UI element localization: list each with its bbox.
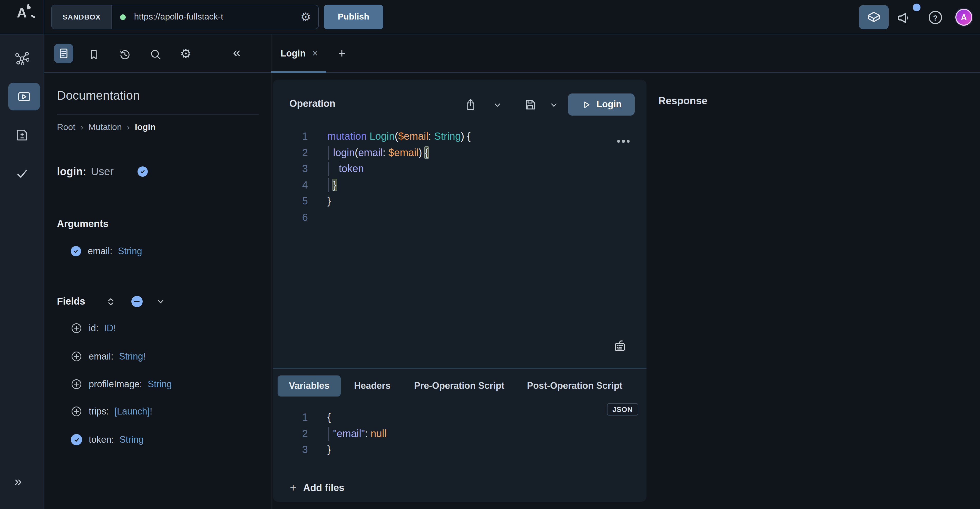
announcements-button[interactable] <box>896 10 914 26</box>
argument-checked-icon[interactable] <box>71 246 81 256</box>
expand-rail-button[interactable]: » <box>14 475 22 488</box>
nav-explorer-button[interactable] <box>8 83 40 110</box>
line-number: 2 <box>273 145 308 161</box>
save-menu-chevron[interactable] <box>550 101 558 109</box>
deselect-all-button[interactable] <box>131 296 143 307</box>
nav-schema-button[interactable] <box>15 51 29 65</box>
breadcrumb-root[interactable]: Root <box>57 122 75 132</box>
diff-file-icon <box>15 128 29 142</box>
add-files-row[interactable]: + Add files <box>273 474 646 502</box>
run-operation-button[interactable]: Login <box>568 94 635 116</box>
field-row-email[interactable]: email: String! <box>71 351 146 362</box>
graphql-code[interactable]: 1mutation Login($email: String) {2 login… <box>273 128 646 225</box>
apollo-logo-icon: A <box>9 4 35 30</box>
field-row-trips[interactable]: trips: [Launch]! <box>71 406 153 417</box>
code-line[interactable]: 5} <box>273 193 646 209</box>
operation-options-button[interactable] <box>617 140 630 142</box>
connection-settings-gear-icon[interactable]: ⚙ <box>301 11 311 23</box>
docs-tab-button[interactable] <box>54 44 73 63</box>
graph-icon <box>15 51 29 65</box>
add-field-icon[interactable] <box>71 406 82 417</box>
add-field-icon[interactable] <box>71 322 82 334</box>
code-line[interactable]: 3} <box>273 442 646 458</box>
tab-variables[interactable]: Variables <box>278 375 341 397</box>
add-field-icon[interactable] <box>71 351 82 362</box>
code-line[interactable]: 1mutation Login($email: String) { <box>273 128 646 145</box>
variables-json[interactable]: 1{2 "email": null3} <box>273 409 646 458</box>
operation-title: Operation <box>290 98 335 109</box>
keyboard-shortcuts-button[interactable] <box>612 338 627 353</box>
notification-dot <box>913 3 921 11</box>
code-line[interactable]: 1{ <box>273 409 646 426</box>
field-checked-icon[interactable] <box>71 434 82 445</box>
selected-check-icon[interactable] <box>137 166 148 177</box>
operation-editor[interactable]: 1mutation Login($email: String) {2 login… <box>273 128 646 368</box>
megaphone-icon <box>896 10 912 26</box>
nav-checks-button[interactable] <box>15 166 29 181</box>
code-line[interactable]: 2 login(email: $email) { <box>273 145 646 161</box>
json-format-badge[interactable]: JSON <box>607 403 638 415</box>
tab-pre-operation-script[interactable]: Pre-Operation Script <box>414 381 504 391</box>
fields-heading: Fields <box>57 296 85 307</box>
share-menu-chevron[interactable] <box>493 101 501 109</box>
argument-row-email[interactable]: email: String <box>71 246 142 257</box>
signature-type[interactable]: User <box>91 165 114 178</box>
checkmark-icon <box>15 166 29 181</box>
active-tab-underline <box>271 71 326 73</box>
breadcrumb-mutation[interactable]: Mutation <box>89 122 122 132</box>
add-field-icon[interactable] <box>71 378 82 390</box>
operation-tab-strip: Login × + <box>272 34 980 73</box>
saved-operations-button[interactable] <box>88 48 100 61</box>
line-number: 6 <box>273 209 308 225</box>
operation-settings-tabs: Variables Headers Pre-Operation Script P… <box>273 368 646 403</box>
docs-settings-button[interactable]: ⚙ <box>180 47 192 60</box>
tab-post-operation-script[interactable]: Post-Operation Script <box>527 381 622 391</box>
chevron-right-icon: › <box>127 123 130 132</box>
variables-editor[interactable]: JSON 1{2 "email": null3} <box>273 403 646 474</box>
response-title: Response <box>658 95 707 107</box>
field-row-id[interactable]: id: ID! <box>71 322 116 334</box>
breadcrumb: Root › Mutation › login <box>57 122 156 132</box>
documentation-content: Documentation Root › Mutation › login lo… <box>44 73 271 509</box>
close-tab-icon[interactable]: × <box>312 48 318 59</box>
endpoint-url-field[interactable]: https://apollo-fullstack-t ⚙ <box>112 5 318 29</box>
nav-changes-button[interactable] <box>15 128 29 142</box>
sandbox-badge: SANDBOX <box>52 5 112 29</box>
endpoint-url-text[interactable]: https://apollo-fullstack-t <box>134 12 300 22</box>
document-icon <box>57 47 70 60</box>
code-line[interactable]: 4 } <box>273 177 646 193</box>
line-number: 2 <box>273 426 308 442</box>
save-operation-button[interactable] <box>523 97 537 111</box>
field-row-profileImage[interactable]: profileImage: String <box>71 378 172 390</box>
sort-fields-button[interactable] <box>106 296 116 306</box>
left-nav-rail: » <box>0 34 44 509</box>
keyboard-icon <box>612 338 627 353</box>
fields-collapse-button[interactable] <box>156 297 165 306</box>
collapse-panel-button[interactable]: « <box>233 46 241 60</box>
documentation-panel: ⚙ « Documentation Root › Mutation › logi… <box>44 34 271 509</box>
code-line[interactable]: 6 <box>273 209 646 225</box>
share-operation-button[interactable] <box>464 97 477 111</box>
tab-login[interactable]: Login × <box>272 34 326 73</box>
top-bar: A SANDBOX https://apollo-fullstack-t ⚙ P… <box>0 0 980 34</box>
publish-button[interactable]: Publish <box>324 5 383 29</box>
field-row-token[interactable]: token: String <box>71 434 144 445</box>
share-icon <box>464 97 477 111</box>
code-line[interactable]: 2 "email": null <box>273 426 646 442</box>
code-line[interactable]: 3 token <box>273 161 646 177</box>
history-button[interactable] <box>119 48 131 61</box>
help-button[interactable]: ? <box>929 11 942 24</box>
tab-headers[interactable]: Headers <box>354 381 390 391</box>
cube-icon <box>867 11 881 24</box>
apollo-home-button[interactable]: A <box>0 0 44 34</box>
history-icon <box>119 48 131 61</box>
save-icon <box>523 97 537 111</box>
search-button[interactable] <box>149 48 162 61</box>
sort-icon <box>106 296 116 306</box>
sandbox-mode-button[interactable] <box>859 5 889 29</box>
user-avatar[interactable]: A <box>955 9 972 26</box>
chevron-right-icon: › <box>81 123 83 132</box>
apollo-sandbox-app: A SANDBOX https://apollo-fullstack-t ⚙ P… <box>0 0 980 509</box>
indent-guide <box>340 162 340 176</box>
new-tab-button[interactable]: + <box>338 46 345 60</box>
